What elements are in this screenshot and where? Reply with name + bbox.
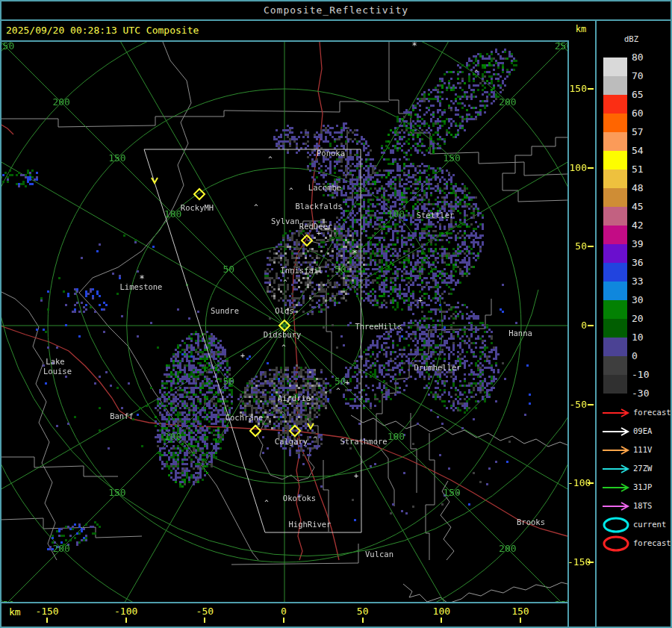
radar-site-icon xyxy=(194,189,205,199)
storm-marker: ^ xyxy=(283,279,287,286)
city-label-lacombe: Lacombe xyxy=(308,183,341,192)
dbz-band-45 xyxy=(603,207,627,226)
legend-item-label: current xyxy=(633,520,666,529)
dbz-band-value: 30 xyxy=(632,294,644,305)
ring-label-250: 250 xyxy=(555,42,567,52)
forecast-ellipse-icon xyxy=(600,534,635,553)
legend-item-label: 31JP xyxy=(633,482,652,491)
storm-marker: * xyxy=(352,248,357,258)
city-label-stettler: Stettler xyxy=(417,211,455,220)
legend-item-label: 09EA xyxy=(633,426,652,435)
dbz-band-39 xyxy=(603,244,627,263)
checkmark-icon xyxy=(152,178,158,183)
city-label-didsbury: Didsbury xyxy=(264,330,302,339)
y-tick-label: 100 xyxy=(567,162,587,173)
dbz-band--10 xyxy=(603,375,627,394)
map-bottom-separator xyxy=(0,602,569,603)
radar-site-icon xyxy=(279,320,290,331)
dbz-band-value: 57 xyxy=(632,126,644,137)
city-label-blackfalds: Blackfalds xyxy=(295,202,342,211)
y-axis-unit-label: km xyxy=(569,24,593,34)
legend-item-label: forecast xyxy=(633,408,671,417)
storm-marker: ^ xyxy=(264,499,269,506)
dbz-band-value: 0 xyxy=(632,350,638,361)
x-tick-label: 100 xyxy=(433,606,450,617)
storm-marker: * xyxy=(411,42,417,51)
ring-label-100: 100 xyxy=(164,431,181,442)
city-label-strathmore: Strathmore xyxy=(340,437,387,446)
city-label-lake: Lake xyxy=(46,357,64,366)
ring-label-150: 150 xyxy=(443,152,460,164)
ring-label-100: 100 xyxy=(164,208,181,220)
city-label-banff: Banff xyxy=(110,411,134,420)
dbz-band-0 xyxy=(603,356,627,375)
y-tick-label: 150 xyxy=(567,83,587,94)
ring-label-50: 50 xyxy=(335,264,346,275)
dbz-band-value: 80 xyxy=(632,52,644,63)
storm-marker: ^ xyxy=(474,69,479,76)
city-label-drumheller: Drumheller xyxy=(414,363,461,372)
dbz-band-value: 10 xyxy=(632,332,644,343)
x-tick-label: -50 xyxy=(196,606,214,617)
city-label-calgary: Calgary xyxy=(275,437,308,446)
storm-marker: + xyxy=(317,229,321,237)
city-label-olds: Olds xyxy=(275,306,293,315)
y-tick-mark xyxy=(588,246,594,247)
storm-marker: + xyxy=(345,379,349,387)
ring-label-50: 50 xyxy=(223,264,234,275)
y-tick-mark xyxy=(588,167,594,169)
city-label-okotoks: Okotoks xyxy=(283,494,316,503)
09EA-arrow-icon xyxy=(600,422,635,441)
city-label-cochrane: Cochrane xyxy=(225,413,264,422)
x-tick-mark xyxy=(125,618,127,623)
y-tick-label: 0 xyxy=(567,320,587,331)
city-label-sundre: Sundre xyxy=(211,306,239,315)
dbz-band-48 xyxy=(603,188,627,207)
radar-site-icon xyxy=(250,426,261,436)
dbz-band-42 xyxy=(603,226,627,244)
dbz-band-value: 70 xyxy=(632,70,644,81)
current-ellipse-icon xyxy=(600,515,635,535)
ring-label-200: 200 xyxy=(52,96,69,108)
header-separator xyxy=(0,40,569,42)
ring-label-150: 150 xyxy=(108,487,125,498)
city-label-innisfail: Innisfail xyxy=(281,266,323,275)
ring-label-150: 150 xyxy=(443,487,460,498)
title-bar: Composite_Reflectivity xyxy=(0,0,672,21)
x-tick-mark xyxy=(520,618,521,623)
storm-marker: ^ xyxy=(336,387,340,394)
ring-label-200: 200 xyxy=(499,543,516,554)
dbz-band-60 xyxy=(603,114,627,132)
legend-item-label: forecast xyxy=(633,538,671,547)
dbz-band-36 xyxy=(603,263,627,282)
radar-site-icon xyxy=(290,426,300,436)
map-right-separator xyxy=(567,42,569,628)
storm-marker: + xyxy=(240,352,245,360)
ring-label-100: 100 xyxy=(388,208,405,220)
dbz-band-value: 65 xyxy=(632,89,644,100)
dbz-band-value: 45 xyxy=(632,201,644,212)
x-tick-mark xyxy=(46,618,48,623)
111V-arrow-icon xyxy=(600,441,635,460)
dbz-band-value: 33 xyxy=(632,276,644,287)
dbz-band-value: 60 xyxy=(632,108,644,119)
storm-marker: ^ xyxy=(313,435,317,443)
dbz-band-30 xyxy=(603,300,627,319)
ring-label-150: 150 xyxy=(108,152,125,164)
x-axis-unit-label: km xyxy=(9,606,21,618)
dbz-band-20 xyxy=(603,319,627,338)
storm-marker: * xyxy=(139,273,144,284)
city-label-brooks: Brooks xyxy=(517,517,545,526)
storm-marker: ^ xyxy=(268,155,273,163)
storm-marker: ^ xyxy=(289,187,293,194)
y-tick-label: -100 xyxy=(567,477,587,488)
y-tick-mark xyxy=(588,562,594,563)
dbz-band-value: 51 xyxy=(632,164,644,175)
dbz-band-65 xyxy=(603,95,627,114)
dbz-band-33 xyxy=(603,282,627,300)
legend-item-label: 18TS xyxy=(633,501,652,510)
y-tick-label: -50 xyxy=(567,399,587,410)
dbz-band-10 xyxy=(603,338,627,356)
storm-marker: ^ xyxy=(281,343,286,351)
31JP-arrow-icon xyxy=(600,478,635,497)
